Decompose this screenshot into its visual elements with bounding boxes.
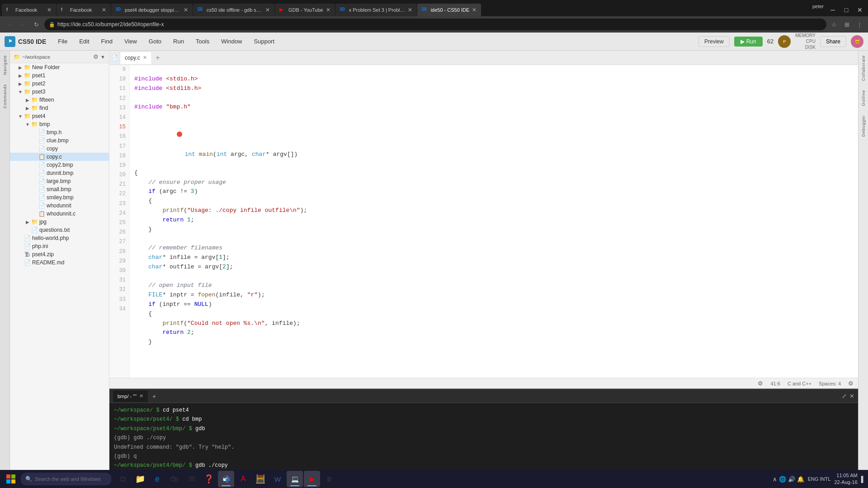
menu-view[interactable]: View <box>122 36 140 47</box>
tree-item-whodunnit[interactable]: 📄 whodunnit <box>10 202 109 210</box>
tab-close-3[interactable]: ✕ <box>184 7 188 13</box>
address-bar[interactable]: 🔒 https://ide.cs50.io/bumper2/ide50#open… <box>44 19 826 30</box>
tree-item-pset3[interactable]: ▼ 📁 pset3 <box>10 88 109 96</box>
tree-settings-icon[interactable]: ⚙ <box>93 53 99 60</box>
browser-tab-2[interactable]: f Facebook ✕ <box>57 4 111 16</box>
spaces-label[interactable]: Spaces: 4 <box>819 381 841 386</box>
tree-item-smiley-bmp[interactable]: 📄 smiley.bmp <box>10 193 109 202</box>
tab-close-5[interactable]: ✕ <box>326 7 330 13</box>
terminal-expand-icon[interactable]: ⤢ <box>842 393 847 399</box>
tree-item-bmp-h[interactable]: 📄 bmp.h <box>10 128 109 136</box>
taskbar-app-store[interactable]: 🛍 <box>166 471 183 487</box>
cursor-position[interactable]: 41:6 <box>770 381 780 386</box>
taskbar-app-file-explorer[interactable]: 📁 <box>132 471 148 487</box>
tree-item-large-bmp[interactable]: 📄 large.bmp <box>10 177 109 185</box>
tree-item-hello-world-php[interactable]: 📄 hello-world.php <box>10 234 109 242</box>
tab-close-7[interactable]: ✕ <box>472 7 476 13</box>
tree-item-pset4[interactable]: ▼ 📁 pset4 <box>10 112 109 120</box>
menu-tools[interactable]: Tools <box>193 36 212 47</box>
preview-button[interactable]: Preview <box>698 36 730 47</box>
tree-item-php-ini[interactable]: 📄 php.ini <box>10 242 109 250</box>
tree-item-fifteen[interactable]: ▶ 📁 fifteen <box>10 96 109 104</box>
browser-tab-4[interactable]: 50 cs50 ide offline - gdb ser... ✕ <box>193 4 274 16</box>
show-desktop-icon[interactable]: ▌ <box>861 476 865 483</box>
tree-item-small-bmp[interactable]: 📄 small.bmp <box>10 185 109 193</box>
taskbar-app-ide[interactable]: 💻 <box>287 471 303 487</box>
taskbar-app-word[interactable]: W <box>269 471 286 487</box>
tree-item-copy2-bmp[interactable]: 📄 copy2.bmp <box>10 161 109 169</box>
refresh-button[interactable]: ↻ <box>31 19 42 30</box>
navigate-label[interactable]: Navigate <box>3 55 7 75</box>
tab-close-2[interactable]: ✕ <box>102 7 106 13</box>
network-icon[interactable]: 🌐 <box>779 476 786 483</box>
tree-item-readme-md[interactable]: 📄 README.md <box>10 258 109 267</box>
commands-label[interactable]: Commands <box>3 84 7 108</box>
code-content[interactable]: #include <stdio.h> #include <stdlib.h> #… <box>130 65 858 378</box>
collaborate-label[interactable]: Collaborate <box>861 55 866 81</box>
extensions-icon[interactable]: ⊞ <box>842 19 852 29</box>
browser-tab-5[interactable]: ▶ GDB - YouTube ✕ <box>275 4 335 16</box>
add-terminal-button[interactable]: + <box>150 392 159 401</box>
menu-goto[interactable]: Goto <box>146 36 164 47</box>
tree-item-pset1[interactable]: ▶ 📁 pset1 <box>10 71 109 80</box>
minimize-button[interactable]: ─ <box>826 4 839 16</box>
taskbar-app-edge[interactable]: e <box>149 471 165 487</box>
tree-item-new-folder[interactable]: ▶ 📁 New Folder <box>10 63 109 71</box>
tree-item-find[interactable]: ▶ 📁 find <box>10 104 109 112</box>
tree-item-pset4-zip[interactable]: 🗜 pset4.zip <box>10 250 109 258</box>
tree-item-questions-txt[interactable]: 📄 questions.txt <box>10 226 109 234</box>
notifications-icon[interactable]: 🔔 <box>797 476 804 483</box>
taskbar-app-gdb-yt[interactable]: ▶ <box>304 471 320 487</box>
language-label[interactable]: C and C++ <box>788 381 811 386</box>
tab-close-6[interactable]: ✕ <box>408 7 412 13</box>
taskbar-app-calculator[interactable]: 🧮 <box>252 471 269 487</box>
terminal-tab-close[interactable]: ✕ <box>139 393 143 399</box>
settings-icon-2[interactable]: ⚙ <box>848 380 854 387</box>
menu-edit[interactable]: Edit <box>76 36 92 47</box>
tree-item-pset2[interactable]: ▶ 📁 pset2 <box>10 80 109 88</box>
back-button[interactable]: ← <box>4 19 14 30</box>
add-editor-tab-button[interactable]: + <box>153 53 163 63</box>
tree-item-jpg[interactable]: ▶ 📁 jpg <box>10 218 109 226</box>
settings-icon[interactable]: ⚙ <box>758 380 763 387</box>
volume-icon[interactable]: 🔊 <box>788 476 795 483</box>
editor-tab-close-copy-c[interactable]: ✕ <box>143 55 147 61</box>
close-button[interactable]: ✕ <box>854 4 866 16</box>
tree-item-bmp[interactable]: ▼ 📁 bmp <box>10 120 109 128</box>
menu-run[interactable]: Run <box>170 36 187 47</box>
terminal-close-icon[interactable]: ✕ <box>849 393 854 399</box>
tree-item-clue-bmp[interactable]: 📄 clue.bmp <box>10 136 109 145</box>
browser-tab-3[interactable]: 50 pset4 debugger stopping... ✕ <box>111 4 193 16</box>
tab-close-1[interactable]: ✕ <box>47 7 52 13</box>
menu-window[interactable]: Window <box>218 36 245 47</box>
tree-item-copy[interactable]: 📄 copy <box>10 145 109 153</box>
menu-find[interactable]: Find <box>99 36 115 47</box>
tree-item-dunnit-bmp[interactable]: 📄 dunnit.bmp <box>10 169 109 177</box>
run-button[interactable]: ▶ Run <box>734 37 763 47</box>
menu-support[interactable]: Support <box>251 36 278 47</box>
tab-close-4[interactable]: ✕ <box>265 7 270 13</box>
tree-arrow-icon[interactable]: ▼ <box>100 54 105 60</box>
share-button[interactable]: Share <box>820 36 846 47</box>
maximize-button[interactable]: □ <box>840 4 853 16</box>
taskbar-search[interactable]: 🔍 <box>21 473 111 485</box>
bookmark-icon[interactable]: ☆ <box>829 19 839 29</box>
debugger-label[interactable]: Debugger <box>861 115 866 137</box>
tree-item-copy-c[interactable]: 📋 copy.c <box>10 153 109 161</box>
menu-icon[interactable]: ⋮ <box>854 19 864 29</box>
forward-button[interactable]: → <box>17 19 28 30</box>
start-button[interactable] <box>3 471 19 487</box>
taskbar-search-input[interactable] <box>35 476 103 482</box>
editor-tab-copy-c[interactable]: copy.c ✕ <box>120 52 152 64</box>
terminal-tab-bmp[interactable]: bmp/ - "" ✕ <box>113 390 148 402</box>
menu-file[interactable]: File <box>55 36 70 47</box>
browser-tab-7[interactable]: 50 ide50 - CS50 IDE ✕ <box>417 4 481 16</box>
taskbar-app-recycle[interactable]: 🗑 <box>321 471 337 487</box>
tree-item-whodunnit-c[interactable]: 📋 whodunnit.c <box>10 210 109 218</box>
taskbar-app-adobe[interactable]: A <box>235 471 251 487</box>
taskbar-app-mail[interactable]: ✉ <box>184 471 200 487</box>
outline-label[interactable]: Outline <box>861 90 866 106</box>
code-editor[interactable]: 9 10 11 12 13 14 15 16 17 18 19 20 21 22… <box>109 65 858 378</box>
browser-tab-1[interactable]: f Facebook ✕ <box>2 4 56 16</box>
tray-up-icon[interactable]: ∧ <box>773 476 777 483</box>
